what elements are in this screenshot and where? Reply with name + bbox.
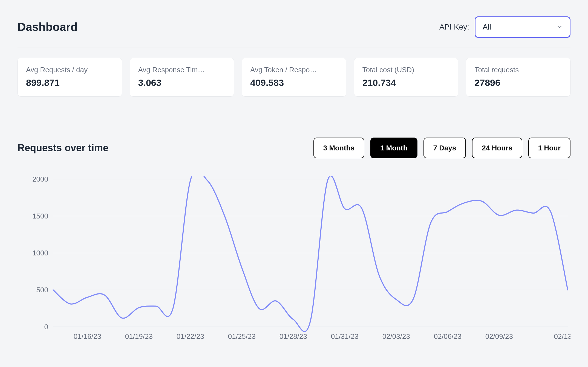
stat-card-avg-token: Avg Token / Respo… 409.583: [242, 58, 346, 97]
stat-value: 3.063: [138, 77, 226, 88]
stat-value: 899.871: [26, 77, 114, 88]
stat-label: Avg Response Tim…: [138, 66, 226, 74]
line-chart-svg: 050010001500200001/16/2301/19/2301/22/23…: [18, 176, 570, 343]
stat-label: Total cost (USD): [362, 66, 450, 74]
svg-text:02/13/23: 02/13/23: [554, 332, 570, 340]
range-24-hours[interactable]: 24 Hours: [472, 138, 522, 158]
chevron-down-icon: [557, 24, 563, 30]
svg-text:02/03/23: 02/03/23: [382, 332, 410, 340]
svg-text:0: 0: [44, 323, 48, 331]
svg-text:1500: 1500: [32, 212, 48, 220]
svg-text:01/16/23: 01/16/23: [74, 332, 101, 340]
stat-value: 27896: [474, 77, 562, 88]
range-1-hour[interactable]: 1 Hour: [528, 138, 570, 158]
stat-value: 210.734: [362, 77, 450, 88]
api-key-filter: API Key: All: [439, 16, 570, 38]
requests-chart: 050010001500200001/16/2301/19/2301/22/23…: [18, 176, 570, 344]
svg-text:01/19/23: 01/19/23: [125, 332, 153, 340]
stat-label: Avg Requests / day: [26, 66, 114, 74]
range-1-month[interactable]: 1 Month: [370, 138, 417, 158]
stat-label: Avg Token / Respo…: [250, 66, 338, 74]
stat-card-avg-response-time: Avg Response Tim… 3.063: [130, 58, 234, 97]
svg-text:01/31/23: 01/31/23: [331, 332, 359, 340]
api-key-selected-value: All: [483, 23, 491, 31]
svg-text:01/22/23: 01/22/23: [177, 332, 204, 340]
api-key-label: API Key:: [439, 23, 469, 31]
svg-text:500: 500: [36, 286, 48, 294]
chart-title: Requests over time: [18, 142, 108, 154]
stat-card-avg-requests: Avg Requests / day 899.871: [18, 58, 122, 97]
svg-text:02/06/23: 02/06/23: [434, 332, 462, 340]
stats-row: Avg Requests / day 899.871 Avg Response …: [18, 58, 570, 97]
range-3-months[interactable]: 3 Months: [313, 138, 364, 158]
svg-text:01/25/23: 01/25/23: [228, 332, 256, 340]
stat-card-total-cost: Total cost (USD) 210.734: [354, 58, 459, 97]
svg-text:2000: 2000: [32, 176, 48, 183]
svg-text:01/28/23: 01/28/23: [279, 332, 307, 340]
svg-text:1000: 1000: [32, 249, 48, 257]
time-range-buttons: 3 Months 1 Month 7 Days 24 Hours 1 Hour: [313, 138, 570, 158]
stat-value: 409.583: [250, 77, 338, 88]
svg-text:02/09/23: 02/09/23: [485, 332, 513, 340]
page-title: Dashboard: [18, 21, 77, 34]
stat-label: Total requests: [474, 66, 562, 74]
api-key-select[interactable]: All: [475, 16, 570, 38]
range-7-days[interactable]: 7 Days: [423, 138, 466, 158]
stat-card-total-requests: Total requests 27896: [466, 58, 570, 97]
